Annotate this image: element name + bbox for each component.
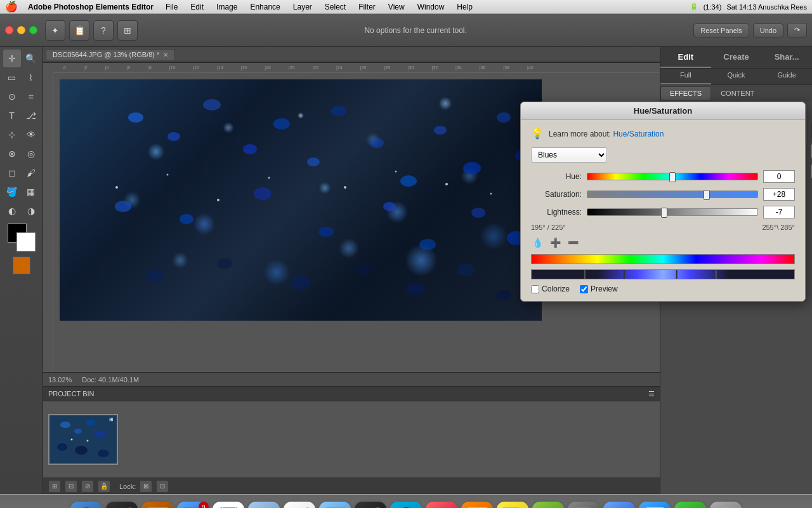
dock-icon-launchpad[interactable]: 🚀 <box>106 502 138 509</box>
menu-edit[interactable]: Edit <box>188 3 206 11</box>
mode-expert-btn[interactable]: ✦ <box>45 20 65 41</box>
dock-icon-media[interactable]: 🎬 <box>355 502 386 509</box>
channel-select[interactable]: Blues Master Reds Yellows Greens Cyans M… <box>531 147 607 163</box>
bin-btn-1[interactable]: ⊞ <box>48 480 61 493</box>
brush-tool[interactable]: 🖌 <box>22 164 40 182</box>
bin-btn-2[interactable]: ⊡ <box>65 480 77 493</box>
subtab-content[interactable]: CONTENT <box>711 86 764 100</box>
dock-icon-mail[interactable]: ✉️ <box>248 502 280 509</box>
undo-btn[interactable]: Undo <box>753 23 783 37</box>
mode-full[interactable]: Full <box>660 69 711 84</box>
eyedropper-add-btn[interactable]: ➕ <box>549 236 561 249</box>
paint-bucket-tool[interactable]: 🪣 <box>3 183 21 201</box>
hue-value-input[interactable]: 0 <box>763 170 795 183</box>
crop-tool[interactable]: ⌗ <box>22 88 40 105</box>
zoom-tool[interactable]: 🔍 <box>22 50 40 67</box>
menu-layer[interactable]: Layer <box>291 3 314 11</box>
color-picker[interactable] <box>8 224 36 251</box>
dock-icon-music[interactable]: 🎵 <box>426 502 457 509</box>
close-window-btn[interactable] <box>5 26 13 34</box>
project-thumbnail-item[interactable]: ⊞ <box>48 414 118 465</box>
menu-help[interactable]: Help <box>455 3 475 11</box>
bin-btn-4[interactable]: 🔒 <box>98 480 110 493</box>
redo-btn[interactable]: ↷ <box>787 23 807 37</box>
panel-tab-edit[interactable]: Edit <box>660 47 711 68</box>
dock-icon-facetime[interactable]: 📹 <box>674 502 706 509</box>
dock-icon-skype[interactable]: 💬 <box>390 502 422 509</box>
dock-icon-trash[interactable]: 🗑️ <box>710 502 742 509</box>
horizontal-ruler: 0|2|4|6|8|10|12|14|16|18|20|22|24|26|28|… <box>53 63 660 73</box>
saturation-slider-track[interactable] <box>587 190 758 198</box>
maximize-window-btn[interactable] <box>29 26 37 34</box>
sponge-tool[interactable]: ◑ <box>22 202 40 220</box>
eyedropper-subtract-btn[interactable]: ➖ <box>566 236 579 249</box>
menu-filter[interactable]: Filter <box>357 3 377 11</box>
menu-view[interactable]: View <box>386 3 407 11</box>
dock-icon-scripteditor[interactable]: 📜 <box>568 502 599 509</box>
text-tool[interactable]: T <box>3 107 21 124</box>
bulb-icon: 💡 <box>531 128 544 140</box>
redeye-tool[interactable]: 👁 <box>22 126 40 144</box>
apple-menu[interactable]: 🍎 <box>5 1 18 13</box>
background-color[interactable] <box>16 232 36 251</box>
eyedropper-btn[interactable]: 💧 <box>531 236 544 249</box>
lightness-value-input[interactable] <box>763 206 795 218</box>
dock-icon-tasks[interactable]: ✅ <box>319 502 351 509</box>
preview-checkbox[interactable] <box>580 285 588 293</box>
hue-label: Hue: <box>531 172 582 181</box>
hue-slider-thumb[interactable] <box>669 172 676 182</box>
svg-point-2 <box>203 99 221 110</box>
document-tab[interactable]: DSC05644.JPG @ 13% (RGB/8) * ✕ <box>46 49 175 60</box>
dock-icon-appstore[interactable]: 🅰️ 9 <box>177 502 209 509</box>
dock-icon-iphoto[interactable]: 📷 <box>603 502 635 509</box>
layout-btn[interactable]: ⊞ <box>117 20 138 41</box>
hue-slider-track[interactable] <box>587 173 758 180</box>
svg-rect-46 <box>584 270 586 279</box>
transform-tool[interactable]: ⊹ <box>3 126 21 144</box>
saturation-slider-thumb[interactable] <box>704 190 710 200</box>
menu-select[interactable]: Select <box>323 3 348 11</box>
help-btn[interactable]: ? <box>93 20 114 41</box>
lasso-tool[interactable]: ⌇ <box>22 69 40 86</box>
spot-healing-tool[interactable]: ⊗ <box>3 145 21 163</box>
project-bin-menu[interactable]: ☰ <box>648 390 655 398</box>
mode-guide[interactable]: Guide <box>761 69 812 84</box>
mode-guided-btn[interactable]: 📋 <box>69 20 89 41</box>
gradient-tool[interactable]: ▦ <box>22 183 40 201</box>
menu-file[interactable]: File <box>164 3 180 11</box>
dock-icon-stickies[interactable]: 📝 <box>497 502 528 509</box>
clone-tool[interactable]: ◎ <box>22 145 40 163</box>
panel-tab-share[interactable]: Shar... <box>761 47 812 68</box>
dock-icon-photos[interactable]: 🖼️ <box>141 502 173 509</box>
lightness-slider-track[interactable] <box>587 208 758 216</box>
bin-btn-3[interactable]: ⊘ <box>81 480 94 493</box>
straighten-tool[interactable]: ⎇ <box>22 107 40 124</box>
reset-panels-btn[interactable]: Reset Panels <box>693 23 749 37</box>
dock-icon-safari[interactable]: 🧭 <box>284 502 315 509</box>
learn-more-link[interactable]: Hue/Saturation <box>613 130 664 138</box>
minimize-window-btn[interactable] <box>17 26 25 34</box>
dock-icon-calendar[interactable]: 📅 <box>213 502 244 509</box>
tab-close-btn[interactable]: ✕ <box>163 51 168 58</box>
panel-tab-create[interactable]: Create <box>711 47 762 68</box>
subtab-effects[interactable]: EFFECTS <box>660 86 711 100</box>
dock-icon-preview[interactable]: 🖥️ <box>639 502 671 509</box>
quick-selection-tool[interactable]: ⊙ <box>3 88 21 105</box>
mode-quick[interactable]: Quick <box>711 69 762 84</box>
lock-btn-2[interactable]: ⊡ <box>156 480 169 493</box>
move-tool[interactable]: ✛ <box>3 50 21 67</box>
colorize-checkbox[interactable] <box>531 285 539 293</box>
color-swatch[interactable] <box>13 257 30 274</box>
rectangular-marquee-tool[interactable]: ▭ <box>3 69 21 86</box>
saturation-value-input[interactable] <box>763 188 795 201</box>
dock-icon-finder[interactable]: 🔵 <box>70 502 102 509</box>
menu-window[interactable]: Window <box>416 3 447 11</box>
menu-enhance[interactable]: Enhance <box>248 3 282 11</box>
dock-icon-evernote[interactable]: 🍀 <box>532 502 564 509</box>
dock-icon-keynote[interactable]: 📊 <box>461 502 493 509</box>
blur-tool[interactable]: ◐ <box>3 202 21 220</box>
eraser-tool[interactable]: ◻ <box>3 164 21 182</box>
lightness-slider-thumb[interactable] <box>661 208 667 218</box>
lock-btn-1[interactable]: ⊠ <box>140 480 152 493</box>
menu-image[interactable]: Image <box>214 3 239 11</box>
